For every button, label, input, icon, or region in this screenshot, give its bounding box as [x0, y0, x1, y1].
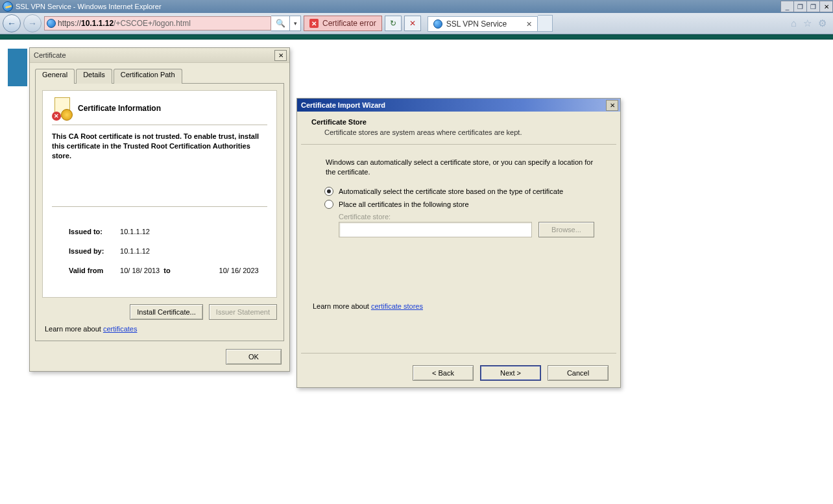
certificate-store-label: Certificate store:: [339, 213, 605, 221]
address-text: https://10.1.1.12/+CSCOE+/logon.html: [58, 19, 191, 28]
ie-icon: [3, 1, 13, 12]
page-content: Certificate ✕ General Details Certificat…: [0, 40, 833, 504]
tab-general[interactable]: General: [35, 69, 75, 84]
browser-toolbar: ← → https://10.1.1.12/+CSCOE+/logon.html…: [0, 13, 833, 34]
tab-certification-path[interactable]: Certification Path: [114, 69, 182, 84]
certificate-dialog-title: Certificate: [30, 48, 289, 63]
favorites-icon[interactable]: ☆: [803, 18, 812, 29]
new-tab-button[interactable]: [538, 15, 553, 32]
learn-more-prefix: Learn more about: [45, 325, 103, 333]
wizard-back-button[interactable]: < Back: [413, 365, 474, 381]
certificate-info-box: ✕ Certificate Information This CA Root c…: [42, 90, 277, 298]
tab-title: SSL VPN Service: [446, 19, 522, 29]
valid-from-value: 10/ 18/ 2013: [120, 267, 160, 274]
certificate-info-heading: Certificate Information: [78, 104, 161, 113]
window-close-button[interactable]: ✕: [819, 1, 833, 12]
window-maximize-button[interactable]: ❐: [806, 1, 820, 12]
import-wizard-dialog: Certificate Import Wizard ✕ Certificate …: [296, 98, 621, 388]
wizard-next-button[interactable]: Next >: [480, 365, 541, 381]
window-titlebar: SSL VPN Service - Windows Internet Explo…: [0, 0, 833, 13]
browser-tab[interactable]: SSL VPN Service ✕: [428, 16, 538, 32]
option-place-store[interactable]: Place all certificates in the following …: [324, 200, 605, 209]
valid-to-value: 10/ 16/ 2023: [219, 267, 259, 274]
page-accent-band: [0, 34, 833, 40]
certificate-dialog: Certificate ✕ General Details Certificat…: [29, 47, 290, 372]
certificate-ok-button[interactable]: OK: [226, 349, 282, 365]
wizard-learn-prefix: Learn more about: [313, 302, 371, 310]
import-wizard-close-button[interactable]: ✕: [606, 100, 618, 111]
issued-to-label: Issued to:: [69, 228, 118, 235]
valid-from-label: Valid from: [69, 267, 118, 274]
tab-details[interactable]: Details: [76, 69, 112, 84]
valid-to-label: to: [163, 267, 213, 274]
wizard-section-subtext: Certificate stores are system areas wher…: [324, 128, 607, 136]
issuer-statement-button: Issuer Statement: [209, 304, 277, 320]
shield-error-icon: ✕: [309, 19, 319, 28]
issued-by-label: Issued by:: [69, 247, 118, 255]
learn-more-certificate-stores-link[interactable]: certificate stores: [371, 302, 423, 310]
option-place-store-label: Place all certificates in the following …: [339, 200, 469, 208]
search-button[interactable]: 🔍: [271, 16, 290, 31]
refresh-button[interactable]: ↻: [385, 16, 402, 31]
certificate-icon: ✕: [52, 97, 71, 119]
window-minimize-button[interactable]: _: [780, 1, 794, 12]
tab-favicon: [433, 19, 442, 29]
nav-forward-button[interactable]: →: [23, 14, 42, 32]
browse-button: Browse...: [538, 222, 594, 237]
home-icon[interactable]: ⌂: [791, 18, 797, 29]
import-wizard-title: Certificate Import Wizard: [297, 99, 620, 112]
window-restore-button[interactable]: ❐: [793, 1, 807, 12]
search-dropdown[interactable]: ▾: [290, 16, 301, 31]
page-decoration: [8, 49, 27, 86]
window-title: SSL VPN Service - Windows Internet Explo…: [16, 3, 162, 10]
tools-icon[interactable]: ⚙: [818, 18, 827, 29]
stop-button[interactable]: ✕: [404, 16, 421, 31]
tab-close-button[interactable]: ✕: [526, 20, 532, 29]
certificate-dialog-close-button[interactable]: ✕: [274, 50, 287, 61]
option-auto-select[interactable]: Automatically select the certificate sto…: [324, 187, 605, 196]
option-auto-select-label: Automatically select the certificate sto…: [339, 187, 563, 195]
certificate-tab-panel: ✕ Certificate Information This CA Root c…: [35, 83, 284, 341]
wizard-cancel-button[interactable]: Cancel: [548, 365, 609, 381]
certificate-store-input: [339, 222, 532, 237]
issued-by-value: 10.1.1.12: [120, 247, 150, 255]
nav-back-button[interactable]: ←: [3, 14, 21, 32]
issued-to-value: 10.1.1.12: [120, 228, 150, 235]
address-bar[interactable]: https://10.1.1.12/+CSCOE+/logon.html: [44, 16, 271, 30]
radio-place-store[interactable]: [324, 200, 333, 209]
certificate-warning-text: This CA Root certificate is not trusted.…: [52, 132, 267, 161]
learn-more-certificates-link[interactable]: certificates: [103, 325, 138, 333]
radio-auto-select[interactable]: [324, 187, 333, 196]
certificate-error-label: Certificate error: [322, 19, 376, 28]
site-icon: [47, 19, 56, 28]
certificate-error-indicator[interactable]: ✕ Certificate error: [304, 16, 382, 31]
wizard-section-heading: Certificate Store: [311, 118, 367, 126]
wizard-instruction-text: Windows can automatically select a certi…: [326, 158, 598, 178]
install-certificate-button[interactable]: Install Certificate...: [130, 304, 202, 320]
